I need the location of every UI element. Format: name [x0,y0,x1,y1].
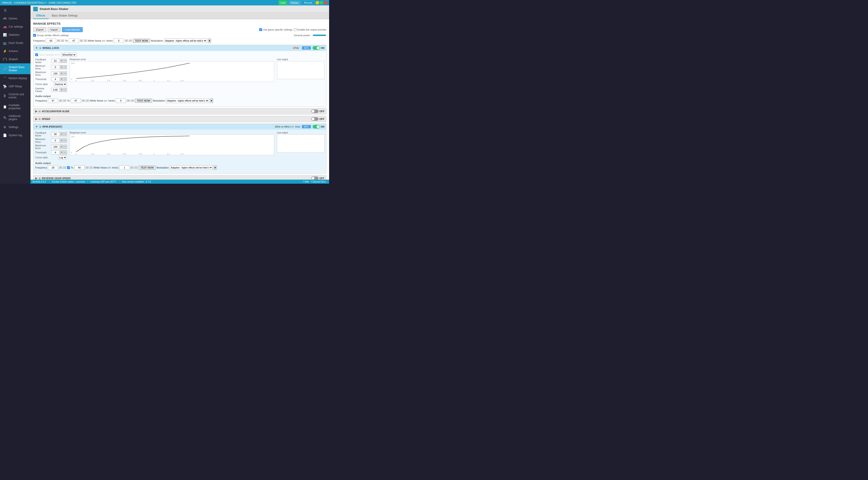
wheel-lock-feedback-input[interactable] [51,59,60,63]
rpm-max-plus[interactable]: + [60,145,63,149]
wl-audio-freq-from-input[interactable] [48,98,58,103]
wl-thresh-minus[interactable]: − [64,77,67,81]
sidebar-item-games[interactable]: 🎮 Games [0,14,31,23]
reverse-gear-toggle[interactable]: OFF [311,176,324,180]
status-discord[interactable]: ? Discord Serv... [311,181,327,183]
rpm-modulation-dropdown-btn[interactable]: ▼ [214,166,217,170]
sidebar-item-settings[interactable]: ⚙ Settings [0,123,31,131]
wl-min-minus[interactable]: − [64,65,67,69]
reverse-gear-collapse-icon[interactable]: ▶ [35,177,37,180]
use-game-specific-label[interactable]: Use game specific settings [259,28,292,31]
wl-gamma-minus[interactable]: − [64,88,67,92]
sidebar-item-shakeit-bass-shaker[interactable]: 🔊 ShakeIt Bass Shaker [0,63,31,74]
rpm-max-force-input[interactable] [51,145,60,149]
wl-threshold-input[interactable] [51,77,60,81]
rpm-collapse-icon[interactable]: ▼ [35,125,38,128]
minimize-button[interactable] [315,1,319,4]
general-power-bar[interactable] [313,35,327,36]
sidebar-item-arduino[interactable]: ⚡ Arduino [0,47,31,55]
rpm-audio-freq-to-plus[interactable]: + [86,167,89,169]
sidebar-menu-toggle[interactable]: ☰ [0,6,31,14]
global-wn-plus[interactable]: + [125,39,128,42]
rpm-min-plus[interactable]: + [60,139,63,143]
sidebar-item-car-settings[interactable]: 🚗 Car settings [0,23,31,31]
sidebar-item-available-properties[interactable]: 📋 Available properties [0,101,31,112]
record-button[interactable]: Record [302,0,315,5]
wl-audio-freq-to-plus[interactable]: + [82,99,85,102]
sidebar-item-controls-events[interactable]: 🎛 Controls and events [0,90,31,101]
rpm-audio-freq-to-minus[interactable]: − [90,167,93,169]
global-modulation-select[interactable]: Adaptive : higher effects will be held l… [164,38,207,43]
status-wiki[interactable]: ? Wiki [303,181,309,183]
rpm-audio-freq-to-input[interactable] [74,166,85,170]
section-wheel-lock-header[interactable]: ▼ ⊞ WHEEL LOCK 47Hz 66% ON [33,45,326,51]
tab-bass-shaker-settings[interactable]: Bass Shaker Settings [49,13,81,19]
global-freq-to-minus[interactable]: − [84,39,87,42]
sidebar-item-statistics[interactable]: 📊 Statistics [0,31,31,39]
wheel-lock-sync-select[interactable]: WheelSlid [61,53,76,57]
rpm-audio-freq-checkbox[interactable] [67,166,70,169]
wl-audio-freq-from-minus[interactable]: − [63,99,66,102]
rpm-audio-wn-plus[interactable]: + [130,167,133,169]
rpm-feedback-plus[interactable]: + [60,132,63,136]
group-similar-label[interactable]: Group similar effects settings [33,34,69,37]
rpm-audio-freq-from-minus[interactable]: − [63,167,66,169]
rpm-thresh-plus[interactable]: + [60,150,63,154]
live-button[interactable]: Live [278,0,287,5]
wl-audio-wn-input[interactable] [116,98,126,103]
wl-max-force-input[interactable] [51,71,60,76]
enable-live-output-checkbox[interactable] [294,28,297,31]
tab-effects[interactable]: Effects [33,13,49,19]
wl-audio-freq-from-plus[interactable]: + [59,99,62,102]
global-freq-to-input[interactable] [69,38,79,43]
rpm-audio-wn-input[interactable] [119,166,129,170]
accel-slide-collapse-icon[interactable]: ▶ [35,110,37,113]
global-white-noise-input[interactable] [114,38,124,43]
wl-feedback-plus[interactable]: + [60,59,63,63]
wheel-lock-toggle-switch[interactable] [313,46,320,50]
maximize-button[interactable] [320,1,323,4]
speed-toggle-switch[interactable] [311,117,318,121]
wl-modulation-dropdown-btn[interactable]: ▼ [210,98,213,103]
sidebar-item-nextion[interactable]: 📱 Nextion display [0,74,31,82]
rpm-min-minus[interactable]: − [64,139,67,143]
wl-curve-style-select[interactable]: Gamma [54,82,67,86]
enable-live-output-label[interactable]: Enable live output preview [294,28,327,31]
sidebar-item-shakeit[interactable]: 📳 ShakeIt [0,55,31,63]
section-speed-header[interactable]: ▶ ⊞ SPEED OFF [33,116,326,122]
wl-max-plus[interactable]: + [60,71,63,76]
wl-gamma-plus[interactable]: + [60,88,63,92]
section-rpm-percent-header[interactable]: ▼ ⊞ RPM (PERCENT) 28Hz to 40Hz (+/- 1Hz)… [33,124,326,130]
rpm-feedback-minus[interactable]: − [64,132,67,136]
load-defaults-button[interactable]: Load defaults [62,27,83,32]
rpm-toggle[interactable]: ON [313,125,324,128]
global-freq-from-plus[interactable]: + [57,39,60,42]
wl-audio-freq-to-minus[interactable]: − [86,99,89,102]
section-reverse-gear-header[interactable]: ▶ ⊞ REVERSE GEAR SPEED OFF [33,175,326,180]
rpm-audio-modulation-select[interactable]: Adaptive : higher effects will be held l… [170,166,213,170]
rpm-max-minus[interactable]: − [64,145,67,149]
sidebar-item-additional-plugins[interactable]: 🔌 Additional plugins [0,112,31,123]
section-acceleration-slide-header[interactable]: ▶ ⊞ ACCELERATION SLIDE OFF [33,108,326,114]
rpm-threshold-input[interactable] [51,150,60,154]
wl-gamma-input[interactable] [51,88,60,92]
rpm-min-force-input[interactable] [51,139,60,143]
wl-audio-test-now-button[interactable]: TEST NOW [135,99,152,103]
rpm-curve-style-select[interactable]: Log [58,155,67,159]
rpm-toggle-switch[interactable] [313,125,320,128]
global-wn-minus[interactable]: − [129,39,132,42]
use-game-specific-checkbox[interactable] [259,28,262,31]
accel-slide-toggle-switch[interactable] [311,110,318,113]
rpm-audio-freq-from-input[interactable] [48,166,58,170]
rpm-feedback-input[interactable] [51,132,60,136]
wheel-lock-toggle[interactable]: ON [313,46,324,50]
rpm-audio-freq-from-plus[interactable]: + [59,167,62,169]
rpm-audio-test-now-button[interactable]: TEST NOW [138,166,156,170]
group-similar-checkbox[interactable] [33,34,36,37]
wl-thresh-plus[interactable]: + [60,77,63,81]
wl-max-minus[interactable]: − [64,71,67,76]
wl-audio-modulation-select[interactable]: Adaptive : higher effects will be held l… [166,98,209,103]
sidebar-item-udp-relay[interactable]: 📡 UDP Relay [0,82,31,90]
close-button[interactable] [324,1,327,4]
sidebar-item-dash-studio[interactable]: 📺 Dash Studio [0,39,31,47]
